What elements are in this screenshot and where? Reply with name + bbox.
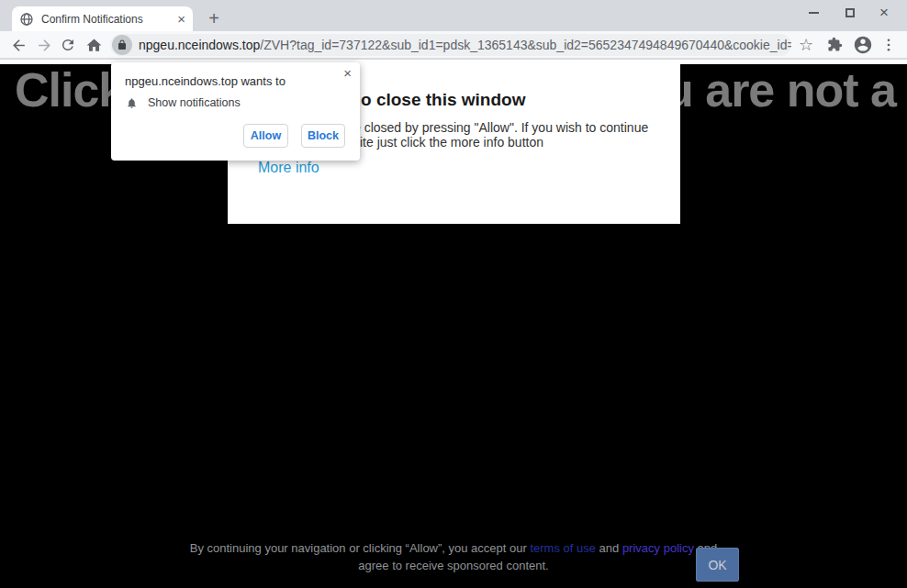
globe-favicon-icon <box>19 12 34 27</box>
back-arrow-icon <box>10 37 28 54</box>
address-bar[interactable]: npgeu.nceindows.top/ZVH?tag_id=737122&su… <box>110 34 791 56</box>
puzzle-icon <box>827 37 843 52</box>
window-close-button[interactable]: × <box>867 0 901 26</box>
more-info-link[interactable]: More info <box>258 160 319 176</box>
permission-row: Show notifications <box>126 96 241 109</box>
reload-icon <box>60 37 76 53</box>
modal-body-line1: e closed by pressing "Allow". If you wis… <box>353 120 648 135</box>
url-text: npgeu.nceindows.top/ZVH?tag_id=737122&su… <box>139 38 791 52</box>
tab-title: Confirm Notifications <box>41 13 172 26</box>
disclaimer-line2: agree to receive sponsored content. <box>358 559 548 572</box>
kebab-menu-icon <box>880 37 897 53</box>
minimize-button[interactable] <box>796 0 831 26</box>
block-button[interactable]: Block <box>301 124 345 148</box>
minimize-icon <box>809 12 819 14</box>
profile-avatar[interactable] <box>853 35 873 55</box>
maximize-icon <box>845 8 855 17</box>
disclaimer-text: By continuing your navigation or clickin… <box>151 540 756 574</box>
browser-window: Confirm Notifications × + × npgeu.nceind… <box>0 0 907 588</box>
tab-close-icon[interactable]: × <box>177 12 185 26</box>
extensions-button[interactable] <box>827 37 843 52</box>
headline-fragment-left: Click <box>15 63 124 116</box>
home-button[interactable] <box>83 34 105 56</box>
ok-button[interactable]: OK <box>696 548 739 582</box>
new-tab-button[interactable]: + <box>202 7 226 31</box>
terms-of-use-link[interactable]: terms of use <box>530 541 596 555</box>
browser-toolbar: npgeu.nceindows.top/ZVH?tag_id=737122&su… <box>0 31 907 59</box>
disclaimer-start: By continuing your navigation or clickin… <box>190 541 531 555</box>
permission-label: Show notifications <box>148 96 241 109</box>
privacy-policy-link[interactable]: privacy policy <box>622 541 694 555</box>
dialog-title: npgeu.nceindows.top wants to <box>125 74 286 88</box>
disclaimer-mid: and <box>596 541 622 555</box>
tab-strip: Confirm Notifications × + × <box>0 0 907 31</box>
modal-body-line2: site just click the more info button <box>353 135 543 150</box>
bookmark-button[interactable]: ☆ <box>795 34 817 56</box>
lock-icon <box>117 39 128 50</box>
tab-confirm-notifications[interactable]: Confirm Notifications × <box>12 6 193 31</box>
avatar-icon <box>853 35 873 55</box>
site-info-chip[interactable] <box>112 35 132 55</box>
reload-button[interactable] <box>57 34 79 56</box>
notification-permission-dialog: × npgeu.nceindows.top wants to Show noti… <box>111 62 360 161</box>
forward-button[interactable] <box>33 34 55 56</box>
modal-body: e closed by pressing "Allow". If you wis… <box>353 120 648 150</box>
home-icon <box>85 37 103 54</box>
maximize-button[interactable] <box>833 0 868 26</box>
back-button[interactable] <box>7 34 29 56</box>
headline-fragment-right: u are not a <box>665 63 896 116</box>
allow-button[interactable]: Allow <box>243 124 288 148</box>
page-content: Click u are not a o close this window e … <box>0 60 907 588</box>
menu-button[interactable] <box>880 37 897 53</box>
forward-arrow-icon <box>36 37 53 54</box>
bell-icon <box>126 97 138 109</box>
dialog-close-icon[interactable]: × <box>343 65 352 81</box>
modal-heading: o close this window <box>361 90 525 110</box>
